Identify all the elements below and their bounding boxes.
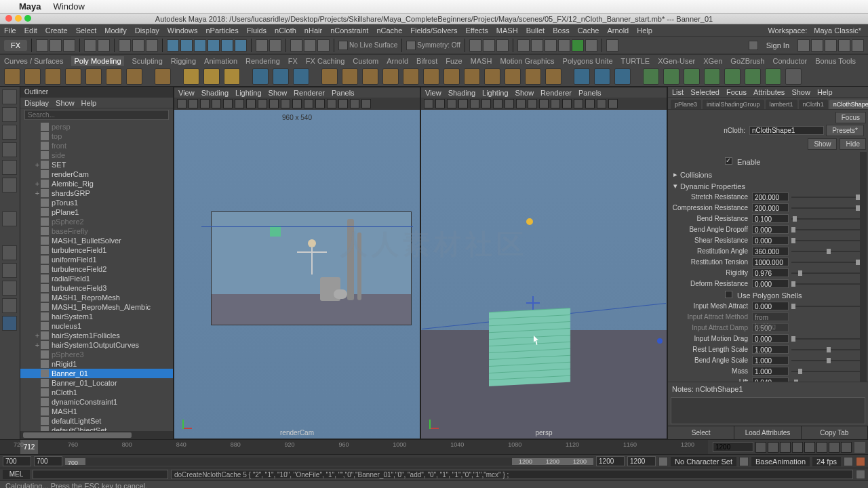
history-off-icon[interactable] — [269, 39, 281, 52]
vp-tool-icon[interactable] — [481, 99, 491, 108]
notes-field[interactable] — [671, 397, 865, 424]
symmetry-icon[interactable] — [406, 41, 416, 50]
viewport-canvas[interactable]: 960 x 540 renderCam — [174, 110, 420, 439]
shelf-tab[interactable]: Bifrost — [416, 57, 437, 65]
lasso-icon[interactable] — [132, 39, 144, 52]
toolbox-icon[interactable] — [811, 39, 823, 52]
shelf-mirror-icon[interactable] — [321, 68, 338, 85]
vp-tool-icon[interactable] — [338, 99, 348, 108]
menu-item[interactable]: Help — [637, 26, 652, 35]
shelf-tab[interactable]: Curves / Surfaces — [4, 57, 63, 65]
vp-tool-icon[interactable] — [458, 99, 468, 108]
shelf-bridge-icon[interactable] — [443, 68, 460, 85]
outliner-item[interactable]: turbulenceField1 — [20, 245, 173, 255]
outliner-item[interactable]: persp — [20, 122, 173, 131]
vp-menu-view[interactable]: View — [425, 89, 441, 97]
vp-tool-icon[interactable] — [574, 99, 583, 108]
menu-item[interactable]: Effects — [465, 26, 488, 35]
vp-menu-lighting[interactable]: Lighting — [235, 89, 262, 97]
outliner-item[interactable]: nRigid1 — [20, 359, 173, 369]
ncloth-plane[interactable] — [489, 308, 570, 386]
attr-tab[interactable]: pPlane3 — [671, 100, 701, 109]
attr-slider[interactable] — [791, 237, 861, 245]
menu-item[interactable]: nCache — [376, 26, 402, 35]
play-back-icon[interactable] — [792, 442, 803, 453]
vp-tool-icon[interactable] — [585, 99, 595, 108]
layout2-icon[interactable] — [2, 298, 17, 313]
attr-value-field[interactable]: 0.040 — [752, 378, 789, 382]
attr-menu-show[interactable]: Show — [791, 88, 810, 96]
attr-tab[interactable]: initialShadingGroup — [703, 100, 764, 109]
shelf-append-icon[interactable] — [745, 68, 761, 85]
vp-tool-icon[interactable] — [562, 99, 572, 108]
live-icon[interactable] — [338, 41, 348, 50]
attr-tab[interactable]: lambert1 — [766, 100, 797, 109]
vp-tool-icon[interactable] — [212, 99, 221, 108]
outliner-item[interactable]: dynamicConstraint1 — [20, 397, 173, 407]
ncloth-name-field[interactable] — [749, 126, 824, 135]
four-view-icon[interactable] — [2, 263, 17, 278]
attr-value-field[interactable]: 0.976 — [752, 268, 789, 277]
step-forward-icon[interactable] — [816, 442, 827, 453]
pause-icon[interactable] — [585, 39, 597, 52]
frame-field[interactable] — [713, 442, 753, 452]
signin-button[interactable]: Sign In — [766, 41, 789, 49]
step-back-icon[interactable] — [780, 442, 791, 453]
outliner-item[interactable]: nCloth1 — [20, 388, 173, 397]
attr-menu-list[interactable]: List — [672, 88, 684, 96]
load-attributes-button[interactable]: Load Attributes — [734, 426, 801, 439]
show-button[interactable]: Show — [808, 138, 837, 150]
symmetry-label[interactable]: Symmetry: Off — [417, 41, 460, 49]
shelf-cube-icon[interactable] — [24, 68, 41, 85]
prefs-icon[interactable] — [856, 457, 865, 466]
shelf-torus-icon[interactable] — [85, 68, 102, 85]
outliner-item[interactable]: +hairSystem1Follicles — [20, 331, 173, 340]
cmd-input[interactable] — [33, 470, 168, 479]
outliner-item[interactable]: pTorus1 — [20, 198, 173, 207]
step-back-key-icon[interactable] — [768, 442, 778, 453]
menuset-dropdown[interactable]: FX — [4, 40, 27, 51]
attr-slider[interactable] — [791, 258, 861, 266]
vp-tool-icon[interactable] — [292, 99, 302, 108]
menu-item[interactable]: Bullet — [526, 26, 545, 35]
snap-live-icon[interactable] — [235, 39, 247, 52]
shelf-delete-icon[interactable] — [785, 68, 802, 85]
menu-item[interactable]: Cache — [578, 26, 599, 35]
shelf-disc-icon[interactable] — [126, 68, 142, 85]
shelf-tab[interactable]: FX Caching — [306, 57, 344, 65]
shelf-tab[interactable]: Animation — [204, 57, 237, 65]
outliner-item[interactable]: pPlane1 — [20, 207, 173, 217]
attr-slider[interactable] — [791, 204, 861, 212]
shelf-tab[interactable]: Motion Graphics — [500, 57, 554, 65]
outliner-item[interactable]: defaultObjectSet — [20, 426, 173, 431]
vp-tool-icon[interactable] — [258, 99, 267, 108]
layout3-icon[interactable] — [496, 39, 509, 52]
menu-item[interactable]: Windows — [167, 26, 198, 35]
attr-slider[interactable] — [791, 215, 861, 223]
attr-menu-attributes[interactable]: Attributes — [753, 88, 785, 96]
shelf-tab[interactable]: Sculpting — [132, 57, 163, 65]
vp-tool-icon[interactable] — [304, 99, 313, 108]
snap-plane-icon[interactable] — [208, 39, 220, 52]
outliner-item[interactable]: MASH1_ReproMesh — [20, 293, 173, 302]
shelf-multicut-icon[interactable] — [574, 68, 590, 85]
shelf-merge-icon[interactable] — [484, 68, 500, 85]
vp-tool-icon[interactable] — [470, 99, 479, 108]
focus-button[interactable]: Focus — [835, 112, 866, 123]
shelf-type-icon[interactable] — [203, 68, 220, 85]
modeling-toolkit-icon[interactable] — [825, 39, 837, 52]
outliner-item[interactable]: nucleus1 — [20, 321, 173, 331]
scale-tool-icon[interactable] — [2, 178, 17, 192]
shelf-tab[interactable]: TURTLE — [621, 57, 650, 65]
attr-menu-selected[interactable]: Selected — [690, 88, 719, 96]
shelf-tab[interactable]: Rigging — [171, 57, 196, 65]
go-end-icon[interactable] — [841, 442, 852, 453]
vp-menu-show[interactable]: Show — [269, 89, 288, 97]
autokey-icon[interactable] — [844, 457, 853, 466]
outliner-item[interactable]: side — [20, 150, 173, 160]
attr-slider[interactable] — [791, 269, 861, 277]
menu-item[interactable]: Arnold — [607, 26, 629, 35]
attr-value-field[interactable]: 0.000 — [752, 302, 789, 310]
outliner-item[interactable]: front — [20, 141, 173, 150]
account-icon[interactable] — [749, 41, 758, 50]
